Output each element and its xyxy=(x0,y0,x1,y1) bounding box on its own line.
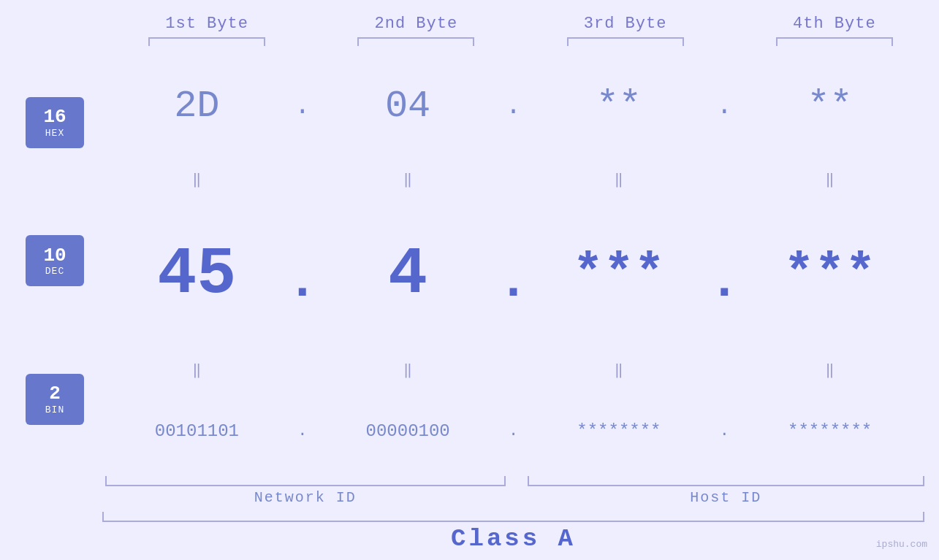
hex-sep3: . xyxy=(713,91,735,121)
bin-byte2: 00000100 xyxy=(313,421,503,441)
byte1-top-bracket xyxy=(148,37,265,46)
hex-base-number: 16 xyxy=(43,107,66,128)
byte2-header: 2nd Byte xyxy=(311,15,520,33)
bin-sep1: . xyxy=(292,422,313,440)
top-brackets xyxy=(0,37,939,46)
eq2-b3: ‖ xyxy=(525,359,714,381)
dec-sep3: . xyxy=(713,231,735,318)
byte3-top-bracket xyxy=(567,37,684,46)
hex-sep1: . xyxy=(292,91,313,121)
bin-byte1: 00101101 xyxy=(102,421,292,441)
dec-sep1: . xyxy=(292,231,313,318)
equals-row-2: ‖ ‖ ‖ ‖ xyxy=(102,359,924,381)
hex-base-label: HEX xyxy=(45,128,64,139)
dec-base-number: 10 xyxy=(43,245,66,266)
host-id-label: Host ID xyxy=(528,489,925,506)
bin-base-number: 2 xyxy=(49,383,61,404)
equals-row-1: ‖ ‖ ‖ ‖ xyxy=(102,168,924,190)
bin-sep2: . xyxy=(503,422,525,440)
bin-byte4: ******** xyxy=(735,421,924,441)
byte3-header: 3rd Byte xyxy=(521,15,730,33)
eq2-b1: ‖ xyxy=(102,359,292,381)
hex-badge: 16 HEX xyxy=(26,97,84,148)
hex-byte1: 2D xyxy=(102,85,292,128)
byte4-header: 4th Byte xyxy=(730,15,939,33)
eq1-b3: ‖ xyxy=(525,168,714,190)
dec-byte1: 45 xyxy=(102,237,292,312)
eq2-b2: ‖ xyxy=(313,359,503,381)
byte1-header: 1st Byte xyxy=(102,15,311,33)
dec-sep2: . xyxy=(503,231,525,318)
id-labels-row: Network ID Host ID xyxy=(0,489,939,506)
network-id-bracket xyxy=(105,476,506,486)
hex-byte3: ** xyxy=(525,85,714,128)
dec-data-row: 45 . 4 . *** . *** xyxy=(102,231,924,318)
bin-byte3: ******** xyxy=(525,421,714,441)
bin-badge: 2 BIN xyxy=(26,374,84,425)
data-rows-wrapper: 2D . 04 . ** . ** ‖ ‖ ‖ ‖ 45 . xyxy=(102,46,939,476)
host-id-bracket xyxy=(528,476,925,486)
hex-sep2: . xyxy=(503,91,525,121)
dec-byte3: *** xyxy=(525,245,714,303)
class-a-row: Class A xyxy=(0,525,939,553)
eq1-b2: ‖ xyxy=(313,168,503,190)
hex-byte2: 04 xyxy=(313,85,503,128)
hex-byte4: ** xyxy=(735,85,924,128)
dec-byte4: *** xyxy=(735,245,924,303)
class-a-label: Class A xyxy=(102,525,924,553)
eq2-b4: ‖ xyxy=(735,359,924,381)
main-container: 1st Byte 2nd Byte 3rd Byte 4th Byte 16 H… xyxy=(0,0,939,560)
class-bracket-row xyxy=(0,512,939,522)
dec-badge: 10 DEC xyxy=(26,235,84,286)
main-data-area: 16 HEX 10 DEC 2 BIN 2D . 04 . ** . ** xyxy=(0,46,939,476)
bin-data-row: 00101101 . 00000100 . ******** . *******… xyxy=(102,421,924,441)
base-labels-column: 16 HEX 10 DEC 2 BIN xyxy=(7,46,102,476)
watermark-text: ipshu.com xyxy=(876,539,927,550)
dec-byte2: 4 xyxy=(313,237,503,312)
hex-data-row: 2D . 04 . ** . ** xyxy=(102,85,924,128)
dec-base-label: DEC xyxy=(45,266,64,277)
byte2-top-bracket xyxy=(357,37,474,46)
class-a-bracket xyxy=(102,512,924,522)
bottom-brackets-row xyxy=(0,476,939,486)
eq1-b1: ‖ xyxy=(102,168,292,190)
byte-headers: 1st Byte 2nd Byte 3rd Byte 4th Byte xyxy=(0,15,939,33)
eq1-b4: ‖ xyxy=(735,168,924,190)
bin-sep3: . xyxy=(713,422,735,440)
network-id-label: Network ID xyxy=(105,489,506,506)
bin-base-label: BIN xyxy=(45,404,64,415)
byte4-top-bracket xyxy=(776,37,893,46)
